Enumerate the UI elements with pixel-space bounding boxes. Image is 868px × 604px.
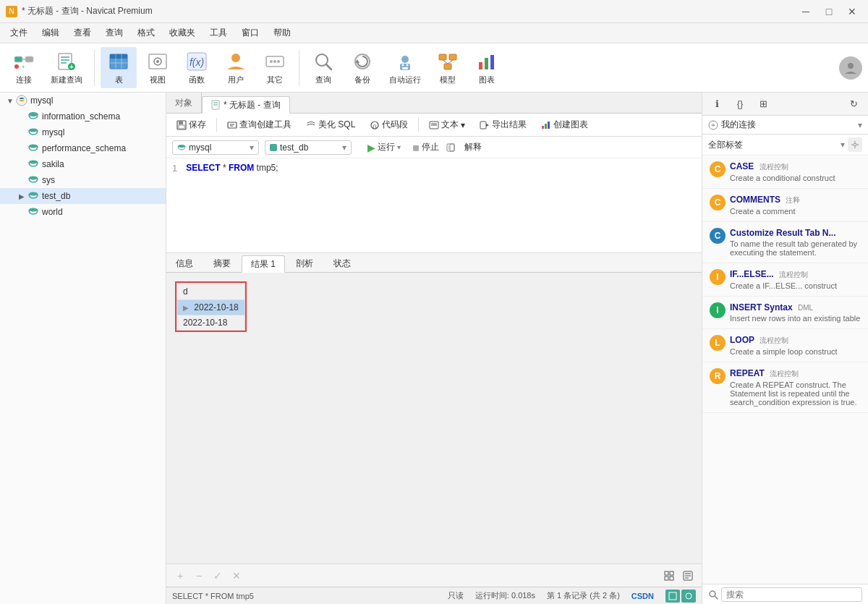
sakila-label: sakila	[42, 159, 64, 169]
toolbar-table[interactable]: 表	[101, 47, 137, 88]
sidebar-performance-schema[interactable]: ▶ performance_schema	[0, 140, 166, 156]
menu-window[interactable]: 窗口	[234, 24, 266, 42]
database-selector[interactable]: test_db ▾	[265, 140, 352, 155]
grid-view-button[interactable]	[661, 568, 677, 584]
svg-rect-37	[444, 64, 451, 69]
db-icon	[27, 111, 39, 122]
snippet-repeat-title: REPEAT 流程控制	[730, 368, 861, 379]
user-avatar[interactable]	[839, 56, 862, 80]
snippet-button[interactable]: () 代码段	[365, 117, 412, 132]
toolbar-query[interactable]: 查询	[305, 47, 341, 88]
title-bar-left: N * 无标题 - 查询 - Navicat Premium	[6, 5, 153, 17]
snippet-loop-content: LOOP 流程控制 Create a simple loop construct	[730, 335, 861, 356]
toolbar-connect[interactable]: + 连接	[6, 47, 42, 88]
snippet-case[interactable]: C CASE 流程控制 Create a conditional constru…	[702, 156, 868, 189]
q-sep-1	[216, 118, 217, 132]
status-action-1[interactable]	[665, 590, 680, 603]
svg-point-86	[686, 593, 692, 599]
connection-selector[interactable]: mysql ▾	[172, 140, 259, 155]
create-chart-button[interactable]: 创建图表	[537, 117, 592, 132]
cancel-row-button[interactable]: ✕	[229, 568, 244, 584]
cell-row2-col1[interactable]: 2022-10-18	[177, 315, 245, 331]
toolbar-chart[interactable]: 图表	[469, 47, 505, 88]
sidebar-world[interactable]: ▶ world	[0, 204, 166, 220]
search-input[interactable]	[721, 587, 862, 602]
save-button[interactable]: 保存	[172, 117, 210, 132]
row-arrow: ▶	[183, 304, 189, 312]
table-row[interactable]: ▶ 2022-10-18	[177, 300, 245, 315]
menu-help[interactable]: 帮助	[266, 24, 298, 42]
cell-row1-col1[interactable]: ▶ 2022-10-18	[177, 300, 245, 315]
snippet-icon: ()	[370, 120, 380, 130]
table-row[interactable]: 2022-10-18	[177, 315, 245, 331]
menu-edit[interactable]: 编辑	[35, 24, 67, 42]
snippet-ifelse[interactable]: I IF...ELSE... 流程控制 Create a IF...ELSE..…	[702, 263, 868, 297]
result-table-container: d ▶ 2022-10-18 202	[175, 281, 247, 332]
status-action-2[interactable]	[681, 590, 696, 603]
form-view-button[interactable]	[680, 568, 696, 584]
toolbar-user[interactable]: 用户	[218, 47, 254, 88]
query-file-icon	[211, 100, 221, 110]
sql-code[interactable]: SELECT * FROM tmp5;	[186, 161, 278, 176]
beautify-button[interactable]: 美化 SQL	[302, 117, 359, 132]
tag-settings-button[interactable]	[848, 137, 862, 152]
db-icon-5	[27, 174, 39, 186]
sidebar: ▼ mysql ▶ information_schema ▶ mysql	[0, 93, 166, 604]
delete-row-button[interactable]: −	[191, 568, 207, 584]
result-tab-status[interactable]: 状态	[324, 255, 360, 272]
content-area: 对象 * 无标题 - 查询 保存 查询创建工具	[166, 93, 702, 604]
toolbar-view[interactable]: 视图	[140, 47, 176, 88]
toolbar-other[interactable]: 其它	[257, 47, 293, 88]
sidebar-test-db[interactable]: ▶ test_db	[0, 188, 166, 204]
minimize-button[interactable]: ─	[796, 4, 816, 19]
connection-dropdown[interactable]: 我的连接 ▾	[702, 116, 868, 135]
toolbar-new-query[interactable]: + 新建查询	[45, 47, 88, 88]
query-create-tool-button[interactable]: 查询创建工具	[223, 117, 296, 132]
run-button[interactable]: ▶ 运行 ▾	[363, 140, 405, 155]
sidebar-information-schema[interactable]: ▶ information_schema	[0, 109, 166, 124]
info-button[interactable]: ℹ	[708, 95, 726, 113]
result-tab-info[interactable]: 信息	[166, 255, 203, 272]
sidebar-item-mysql-root[interactable]: ▼ mysql	[0, 93, 166, 109]
object-tab-label[interactable]: 对象	[166, 93, 202, 113]
svg-line-90	[715, 596, 718, 599]
text-button[interactable]: 文本▾	[425, 117, 469, 132]
code-button[interactable]: {}	[731, 95, 749, 113]
menu-format[interactable]: 格式	[130, 24, 162, 42]
sql-editor[interactable]: 1 SELECT * FROM tmp5;	[166, 158, 702, 252]
sidebar-sakila[interactable]: ▶ sakila	[0, 156, 166, 172]
refresh-button[interactable]: ↻	[845, 95, 862, 113]
add-row-button[interactable]: +	[172, 568, 188, 584]
doc-tab-query[interactable]: * 无标题 - 查询	[202, 96, 290, 114]
stop-button[interactable]: ◼ 停止	[408, 140, 443, 155]
maximize-button[interactable]: □	[819, 4, 839, 19]
explain-button[interactable]: 解释	[460, 140, 486, 155]
menu-file[interactable]: 文件	[3, 24, 35, 42]
snippet-list: C CASE 流程控制 Create a conditional constru…	[702, 156, 868, 584]
result-tab-result1[interactable]: 结果 1	[242, 255, 285, 273]
toolbar-backup[interactable]: 备份	[344, 47, 380, 88]
export-button[interactable]: 导出结果	[475, 117, 531, 132]
menu-favorites[interactable]: 收藏夹	[162, 24, 203, 42]
menu-tools[interactable]: 工具	[203, 24, 234, 42]
sidebar-sys[interactable]: ▶ sys	[0, 172, 166, 188]
result-tab-profile[interactable]: 剖析	[286, 255, 323, 272]
result-tab-summary[interactable]: 摘要	[204, 255, 240, 272]
snippet-insert[interactable]: I INSERT Syntax DML Insert new rows into…	[702, 297, 868, 329]
snippet-repeat[interactable]: R REPEAT 流程控制 Create A REPEAT construct.…	[702, 362, 868, 413]
close-button[interactable]: ✕	[842, 4, 862, 19]
snippet-loop[interactable]: L LOOP 流程控制 Create a simple loop constru…	[702, 329, 868, 362]
confirm-button[interactable]: ✓	[210, 568, 226, 584]
toolbar-sep-2	[299, 50, 299, 86]
toolbar-function[interactable]: f(x) 函数	[179, 47, 215, 88]
tag-dropdown[interactable]: 全部标签 ▾	[702, 135, 868, 156]
sidebar-mysql-db[interactable]: ▶ mysql	[0, 124, 166, 140]
model-icon	[436, 50, 459, 73]
grid-button[interactable]: ⊞	[754, 95, 772, 113]
menu-view[interactable]: 查看	[67, 24, 98, 42]
menu-query[interactable]: 查询	[98, 24, 130, 42]
snippet-comments[interactable]: C COMMENTS 注释 Create a comment	[702, 189, 868, 222]
snippet-customize[interactable]: C Customize Result Tab N... To name the …	[702, 222, 868, 263]
toolbar-autorun[interactable]: 自动运行	[383, 47, 427, 88]
toolbar-model[interactable]: 模型	[430, 47, 466, 88]
